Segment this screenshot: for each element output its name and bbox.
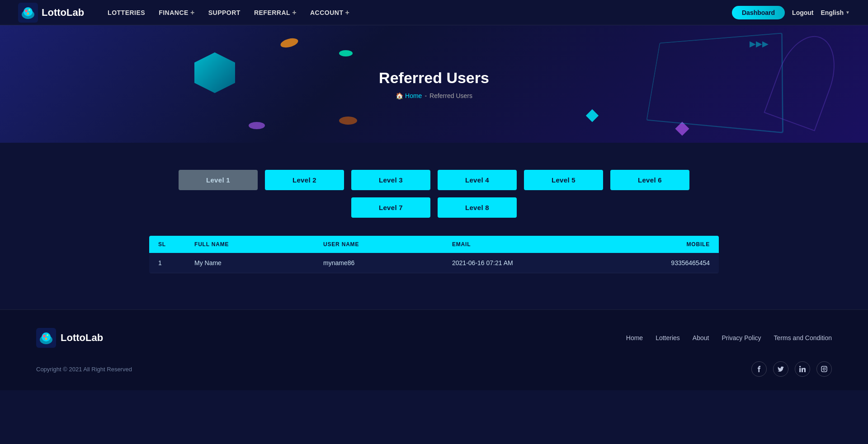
svg-point-14 xyxy=(826,367,826,368)
footer-link-home[interactable]: Home xyxy=(626,334,643,341)
footer-links: Home Lotteries About Privacy Policy Term… xyxy=(626,334,832,341)
rail-decoration xyxy=(646,33,783,133)
linkedin-icon[interactable] xyxy=(795,361,810,377)
breadcrumb-home-link[interactable]: 🏠 Home xyxy=(396,92,422,99)
language-selector[interactable]: English ▼ xyxy=(821,9,850,16)
col-email: EMAIL xyxy=(452,241,581,248)
col-fullname: FULL NAME xyxy=(194,241,323,248)
oval-teal-shape xyxy=(339,50,353,56)
level-3-button[interactable]: Level 3 xyxy=(351,170,430,190)
facebook-icon[interactable] xyxy=(751,361,767,377)
diamond-purple-shape xyxy=(675,122,689,136)
navbar-logo-text: LottoLab xyxy=(42,7,84,19)
level-7-button[interactable]: Level 7 xyxy=(351,197,430,218)
cell-email: 2021-06-16 07:21 AM xyxy=(452,259,581,266)
oval-orange-shape xyxy=(279,37,299,49)
referred-users-table: SL FULL NAME USER NAME EMAIL MOBILE 1 My… xyxy=(149,236,719,273)
footer-link-terms[interactable]: Terms and Condition xyxy=(774,334,832,341)
twitter-icon[interactable] xyxy=(773,361,788,377)
level-6-button[interactable]: Level 6 xyxy=(610,170,689,190)
navbar-logo[interactable]: LottoLab xyxy=(18,3,84,23)
nav-lotteries[interactable]: LOTTERIES xyxy=(102,6,151,19)
svg-point-10 xyxy=(47,334,48,336)
svg-point-13 xyxy=(823,368,826,370)
nav-finance[interactable]: FINANCE + xyxy=(153,6,200,19)
footer-top: LottoLab Home Lotteries About Privacy Po… xyxy=(36,328,832,348)
footer-link-about[interactable]: About xyxy=(693,334,709,341)
col-sl: SL xyxy=(158,241,194,248)
svg-point-4 xyxy=(28,9,30,11)
level-4-button[interactable]: Level 4 xyxy=(438,170,517,190)
hex-shape xyxy=(194,52,235,93)
navbar: LottoLab LOTTERIES FINANCE + SUPPORT REF… xyxy=(0,0,868,25)
svg-point-8 xyxy=(42,332,51,341)
main-content: Level 1 Level 2 Level 3 Level 4 Level 5 … xyxy=(140,143,728,309)
nav-referral[interactable]: REFERRAL + xyxy=(249,6,302,19)
svg-point-9 xyxy=(43,335,46,337)
instagram-icon[interactable] xyxy=(816,361,832,377)
footer-link-lotteries[interactable]: Lotteries xyxy=(656,334,680,341)
breadcrumb-current: Referred Users xyxy=(429,92,472,99)
footer-logo: LottoLab xyxy=(36,328,103,348)
oval-purple-shape xyxy=(249,122,265,129)
social-icons xyxy=(751,361,832,377)
chevron-down-icon: ▼ xyxy=(845,10,850,15)
level-buttons-row1: Level 1 Level 2 Level 3 Level 4 Level 5 … xyxy=(149,170,719,190)
level-buttons-row2: Level 7 Level 8 xyxy=(149,197,719,218)
account-plus-icon: + xyxy=(345,9,350,17)
breadcrumb-separator: - xyxy=(425,92,427,99)
logout-button[interactable]: Logout xyxy=(792,9,813,16)
cell-fullname: My Name xyxy=(194,259,323,266)
cell-mobile: 93356465454 xyxy=(581,259,710,266)
svg-point-5 xyxy=(27,12,29,14)
curve-shape xyxy=(764,28,845,131)
navbar-nav: LOTTERIES FINANCE + SUPPORT REFERRAL + A… xyxy=(102,6,732,19)
table-row: 1 My Name myname86 2021-06-16 07:21 AM 9… xyxy=(149,253,719,273)
dashboard-button[interactable]: Dashboard xyxy=(732,6,785,19)
svg-rect-12 xyxy=(821,366,827,372)
cell-sl: 1 xyxy=(158,259,194,266)
nav-account[interactable]: ACCOUNT + xyxy=(305,6,355,19)
cell-username: myname86 xyxy=(323,259,452,266)
language-label: English xyxy=(821,9,844,16)
col-username: USER NAME xyxy=(323,241,452,248)
table-header: SL FULL NAME USER NAME EMAIL MOBILE xyxy=(149,236,719,253)
footer-link-privacy[interactable]: Privacy Policy xyxy=(722,334,761,341)
hero-title: Referred Users xyxy=(379,69,489,87)
level-2-button[interactable]: Level 2 xyxy=(265,170,344,190)
diamond-teal-shape xyxy=(586,109,599,122)
hero-banner: ▶▶▶ Referred Users 🏠 Home - Referred Use… xyxy=(0,25,868,143)
finance-plus-icon: + xyxy=(190,9,195,17)
footer-logo-icon xyxy=(36,328,56,348)
footer-logo-text: LottoLab xyxy=(61,332,103,344)
breadcrumb: 🏠 Home - Referred Users xyxy=(396,92,472,99)
nav-support[interactable]: SUPPORT xyxy=(203,6,246,19)
copyright-text: Copyright © 2021 All Right Reserved xyxy=(36,366,132,373)
svg-point-3 xyxy=(25,9,28,12)
home-icon: 🏠 xyxy=(396,92,403,99)
level-1-button[interactable]: Level 1 xyxy=(179,170,258,190)
level-5-button[interactable]: Level 5 xyxy=(524,170,603,190)
col-mobile: MOBILE xyxy=(581,241,710,248)
navbar-right: Dashboard Logout English ▼ xyxy=(732,6,850,19)
referral-plus-icon: + xyxy=(292,9,297,17)
svg-point-2 xyxy=(24,7,33,16)
oval-brown-shape xyxy=(339,117,357,125)
footer-bottom: Copyright © 2021 All Right Reserved xyxy=(36,361,832,377)
rail-arrows: ▶▶▶ xyxy=(750,39,769,49)
level-8-button[interactable]: Level 8 xyxy=(438,197,517,218)
svg-point-11 xyxy=(45,338,47,340)
footer: LottoLab Home Lotteries About Privacy Po… xyxy=(0,309,868,390)
